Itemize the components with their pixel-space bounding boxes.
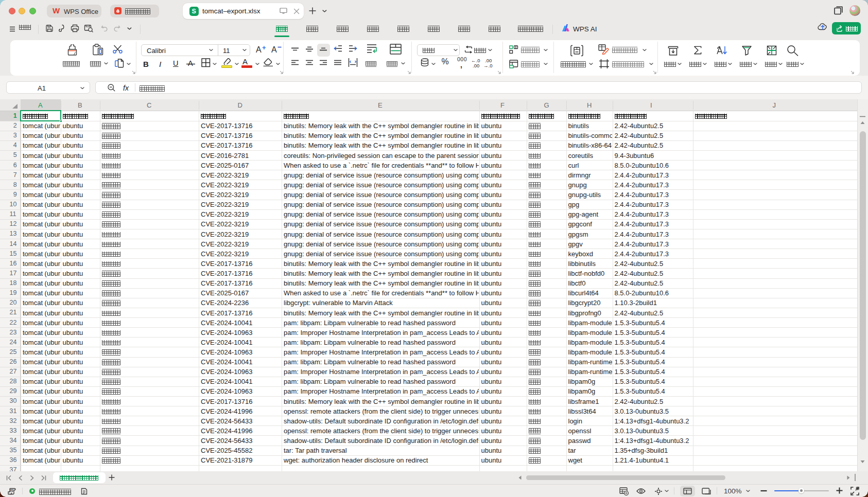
svg-text:→.0: →.0 bbox=[483, 63, 492, 68]
svg-text:JS: JS bbox=[9, 489, 14, 492]
svg-text:.00: .00 bbox=[473, 63, 479, 68]
